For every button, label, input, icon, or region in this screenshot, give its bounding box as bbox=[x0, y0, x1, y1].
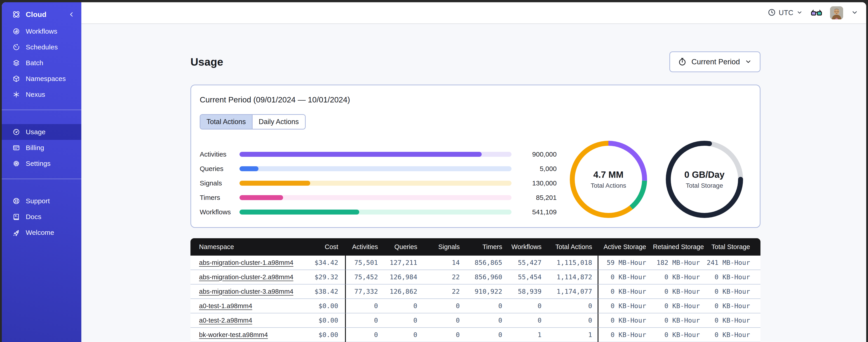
stopwatch-icon bbox=[678, 57, 687, 67]
cell-queries: 0 bbox=[383, 328, 423, 342]
bar-fill bbox=[240, 181, 310, 186]
column-header-active-storage: Active Storage bbox=[597, 238, 653, 255]
cell-retained-storage: 0 KB-Hour bbox=[653, 270, 702, 284]
table-row: a0-test-1.a98mm4$0.000000000 KB-Hour0 KB… bbox=[190, 299, 761, 313]
sidebar-item-label: Workflows bbox=[26, 28, 57, 35]
bar-value: 85,201 bbox=[512, 194, 557, 201]
sidebar-item-label: Support bbox=[26, 197, 50, 205]
bar-fill bbox=[240, 166, 258, 171]
cell-active-storage: 0 KB-Hour bbox=[597, 313, 653, 328]
table-row: bk-worker-test.a98mm4$0.000000110 KB-Hou… bbox=[190, 328, 761, 342]
bar-fill bbox=[240, 152, 482, 157]
column-header-activities: Activities bbox=[345, 238, 383, 255]
chevron-down-icon bbox=[796, 9, 803, 17]
usage-icon bbox=[12, 128, 21, 136]
docs-icon bbox=[12, 212, 21, 221]
temporal-logo-icon bbox=[12, 10, 21, 19]
cell-workflows: 0 bbox=[508, 313, 547, 328]
cell-signals: 0 bbox=[423, 299, 465, 313]
cell-active-storage: 0 KB-Hour bbox=[597, 328, 653, 342]
column-header-timers: Timers bbox=[465, 238, 508, 255]
cell-retained-storage: 0 KB-Hour bbox=[653, 328, 702, 342]
bar-track bbox=[240, 181, 512, 186]
column-header-total-storage: Total Storage bbox=[702, 238, 761, 255]
sidebar-brand[interactable]: Cloud bbox=[2, 2, 81, 24]
sidebar-item-batch[interactable]: Batch bbox=[2, 55, 81, 71]
cell-timers: 0 bbox=[465, 313, 508, 328]
sidebar-item-schedules[interactable]: Schedules bbox=[2, 39, 81, 55]
cell-active-storage: 0 KB-Hour bbox=[597, 299, 653, 313]
cell-timers: 910,922 bbox=[465, 284, 508, 299]
welcome-icon bbox=[12, 228, 21, 237]
usage-summary-card: Current Period (09/01/2024 — 10/01/2024)… bbox=[190, 84, 761, 228]
sidebar-item-settings[interactable]: Settings bbox=[2, 156, 81, 171]
bar-label: Timers bbox=[200, 194, 240, 201]
bar-fill bbox=[240, 195, 283, 200]
column-header-workflows: Workflows bbox=[508, 238, 547, 255]
cell-cost: $34.42 bbox=[294, 255, 345, 270]
bar-value: 541,109 bbox=[512, 208, 557, 216]
sidebar-item-welcome[interactable]: Welcome bbox=[2, 225, 81, 240]
cell-total-storage: 0 KB-Hour bbox=[702, 328, 761, 342]
sidebar-item-support[interactable]: Support bbox=[2, 193, 81, 209]
namespace-link[interactable]: abs-migration-cluster-3.a98mm4 bbox=[199, 288, 293, 295]
sidebar: Cloud WorkflowsSchedulesBatchNamespacesN… bbox=[2, 2, 81, 342]
column-header-total-actions: Total Actions bbox=[547, 238, 597, 255]
namespace-link[interactable]: bk-worker-test.a98mm4 bbox=[199, 331, 268, 338]
period-dropdown-button[interactable]: Current Period bbox=[670, 52, 761, 72]
cell-queries: 0 bbox=[383, 313, 423, 328]
cell-activities: 0 bbox=[345, 328, 383, 342]
sidebar-collapse-icon[interactable] bbox=[68, 11, 75, 18]
account-chevron-down-icon[interactable] bbox=[851, 8, 859, 17]
column-header-retained-storage: Retained Storage bbox=[653, 238, 702, 255]
column-header-queries: Queries bbox=[383, 238, 423, 255]
sidebar-divider bbox=[2, 179, 81, 179]
total-actions-value: 4.7 MM bbox=[593, 170, 623, 180]
namespace-link[interactable]: abs-migration-cluster-1.a98mm4 bbox=[199, 259, 293, 266]
total-actions-donut: 4.7 MM Total Actions bbox=[569, 140, 648, 219]
tab-total-actions[interactable]: Total Actions bbox=[200, 115, 252, 129]
actions-tab-group: Total ActionsDaily Actions bbox=[200, 114, 306, 130]
cell-retained-storage: 0 KB-Hour bbox=[653, 313, 702, 328]
column-header-cost: Cost bbox=[294, 238, 345, 255]
cell-total-storage: 0 KB-Hour bbox=[702, 313, 761, 328]
cell-timers: 0 bbox=[465, 299, 508, 313]
tab-daily-actions[interactable]: Daily Actions bbox=[252, 115, 305, 129]
cell-activities: 75,501 bbox=[345, 255, 383, 270]
sidebar-item-label: Settings bbox=[26, 160, 51, 167]
cell-cost: $0.00 bbox=[294, 299, 345, 313]
bar-track bbox=[240, 152, 512, 157]
card-title: Current Period (09/01/2024 — 10/01/2024) bbox=[200, 95, 751, 104]
sidebar-item-usage[interactable]: Usage bbox=[2, 124, 81, 140]
namespace-link[interactable]: a0-test-2.a98mm4 bbox=[199, 317, 252, 324]
sidebar-item-nexus[interactable]: Nexus bbox=[2, 87, 81, 102]
cell-timers: 856,865 bbox=[465, 255, 508, 270]
nexus-icon bbox=[12, 90, 21, 99]
bar-label: Workflows bbox=[200, 208, 240, 216]
sidebar-item-docs[interactable]: Docs bbox=[2, 209, 81, 225]
cell-total-actions: 0 bbox=[547, 313, 597, 328]
batch-icon bbox=[12, 59, 21, 67]
sidebar-item-label: Nexus bbox=[26, 91, 45, 98]
sidebar-item-namespaces[interactable]: Namespaces bbox=[2, 71, 81, 87]
page-title: Usage bbox=[190, 56, 223, 68]
cell-total-storage: 0 KB-Hour bbox=[702, 299, 761, 313]
namespace-link[interactable]: abs-migration-cluster-2.a98mm4 bbox=[199, 273, 293, 281]
column-header-signals: Signals bbox=[423, 238, 465, 255]
cell-signals: 14 bbox=[423, 255, 465, 270]
timezone-selector[interactable]: UTC bbox=[768, 8, 803, 18]
cell-queries: 126,984 bbox=[383, 270, 423, 284]
sidebar-item-billing[interactable]: Billing bbox=[2, 140, 81, 156]
sidebar-item-label: Welcome bbox=[26, 229, 54, 236]
cell-total-actions: 0 bbox=[547, 299, 597, 313]
feedback-glasses-icon[interactable] bbox=[811, 8, 823, 18]
sidebar-item-workflows[interactable]: Workflows bbox=[2, 24, 81, 39]
bar-row-activities: Activities900,000 bbox=[200, 147, 561, 162]
user-avatar[interactable] bbox=[830, 6, 843, 20]
sidebar-item-label: Namespaces bbox=[26, 75, 66, 82]
sidebar-item-label: Billing bbox=[26, 144, 44, 151]
cell-activities: 75,452 bbox=[345, 270, 383, 284]
bar-row-queries: Queries5,000 bbox=[200, 162, 561, 176]
bar-value: 900,000 bbox=[512, 150, 557, 158]
namespace-link[interactable]: a0-test-1.a98mm4 bbox=[199, 302, 252, 309]
